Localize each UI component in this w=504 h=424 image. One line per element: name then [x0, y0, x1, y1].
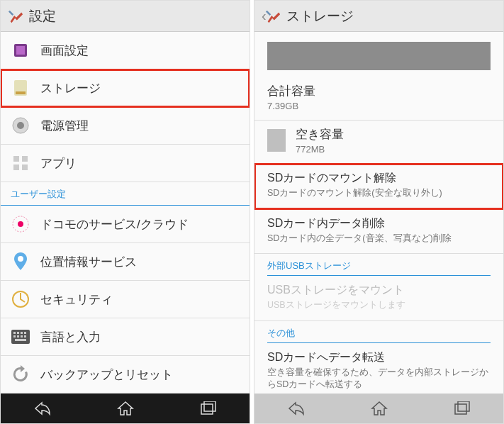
usb-sub: USBストレージをマウントします [267, 299, 491, 312]
mount-usb: USBストレージをマウント USBストレージをマウントします [254, 276, 503, 321]
item-display[interactable]: 画面設定 [1, 32, 250, 69]
svg-point-11 [18, 221, 23, 227]
svg-rect-23 [15, 339, 26, 341]
free-space[interactable]: 空き容量 772MB [254, 121, 503, 164]
item-docomo[interactable]: ドコモのサービス/クラウド [1, 206, 250, 243]
section-usb: 外部USBストレージ [267, 254, 491, 276]
battery-icon [11, 116, 30, 135]
item-language[interactable]: 言語と入力 [1, 318, 250, 356]
free-color-icon [267, 129, 286, 152]
nav-bar [1, 394, 250, 423]
item-storage[interactable]: ストレージ [1, 69, 250, 107]
svg-rect-22 [24, 335, 26, 337]
settings-list: 画面設定 ストレージ 電源管理 アプリ ユーザー設定 ドコモのサービス [1, 32, 250, 394]
svg-rect-3 [16, 91, 26, 94]
header-bar: ‹ ストレージ [254, 1, 503, 32]
free-label: 空き容量 [296, 126, 344, 143]
unmount-title: SDカードのマウント解除 [267, 171, 491, 186]
svg-rect-29 [458, 401, 469, 411]
transfer-title: SDカードへデータ転送 [267, 350, 491, 365]
keyboard-icon [11, 327, 30, 347]
erase-sd[interactable]: SDカード内データ削除 SDカード内の全データ(音楽、写真など)削除 [254, 209, 503, 255]
settings-screen: 設定 画面設定 ストレージ 電源管理 アプリ ユーザー設定 [0, 0, 250, 424]
header-title: ストレージ [286, 7, 354, 26]
header-bar: 設定 [1, 1, 250, 32]
item-security[interactable]: セキュリティ [1, 281, 250, 318]
item-label: アプリ [40, 155, 77, 172]
item-location[interactable]: 位置情報サービス [1, 243, 250, 281]
erase-sub: SDカード内の全データ(音楽、写真など)削除 [267, 233, 491, 245]
svg-rect-20 [17, 335, 19, 337]
transfer-sub: 空き容量を確保するため、データを内部ストレージからSDカードへ転送する [267, 367, 491, 391]
usb-title: USBストレージをマウント [267, 283, 491, 298]
item-label: 画面設定 [40, 43, 89, 59]
total-capacity[interactable]: 合計容量 7.39GB [254, 77, 503, 121]
svg-rect-18 [24, 332, 26, 334]
apps-icon [11, 153, 30, 173]
docomo-icon [11, 214, 30, 234]
svg-rect-21 [21, 335, 23, 337]
svg-rect-28 [455, 404, 466, 414]
storage-content: 合計容量 7.39GB 空き容量 772MB SDカードのマウント解除 SDカー… [254, 32, 503, 394]
svg-rect-6 [13, 156, 19, 162]
item-label: 電源管理 [40, 118, 89, 134]
total-value: 7.39GB [267, 101, 491, 111]
item-apps[interactable]: アプリ [1, 145, 250, 182]
nav-bar [254, 394, 503, 423]
svg-rect-7 [22, 156, 28, 162]
svg-rect-27 [204, 401, 215, 411]
item-label: セキュリティ [40, 291, 113, 308]
storage-bar [267, 42, 491, 70]
nav-home[interactable] [358, 397, 401, 420]
settings-icon [8, 9, 23, 24]
svg-rect-17 [21, 332, 23, 334]
security-icon [11, 289, 30, 309]
storage-screen: ‹ ストレージ 合計容量 7.39GB 空き容量 772MB SDカードのマウン… [254, 0, 504, 424]
transfer-sd[interactable]: SDカードへデータ転送 空き容量を確保するため、データを内部ストレージからSDカ… [254, 343, 503, 394]
section-other: その他 [267, 321, 491, 343]
svg-rect-19 [13, 335, 16, 337]
total-label: 合計容量 [267, 83, 491, 99]
svg-point-12 [18, 256, 23, 262]
display-icon [11, 40, 30, 60]
header-title: 設定 [29, 7, 56, 26]
svg-rect-15 [13, 332, 16, 334]
svg-rect-8 [13, 164, 19, 170]
nav-back[interactable] [21, 397, 64, 420]
nav-recent[interactable] [441, 397, 483, 420]
item-label: ストレージ [40, 80, 101, 96]
item-label: ドコモのサービス/クラウド [40, 216, 189, 233]
item-label: バックアップとリセット [40, 367, 173, 383]
section-user-settings: ユーザー設定 [1, 182, 250, 206]
svg-rect-16 [17, 332, 19, 334]
settings-icon [265, 9, 281, 24]
item-backup[interactable]: バックアップとリセット [1, 356, 250, 394]
backup-icon [11, 364, 30, 384]
svg-rect-1 [16, 46, 25, 55]
item-label: 位置情報サービス [40, 254, 137, 270]
svg-point-5 [17, 122, 24, 129]
svg-rect-9 [22, 164, 28, 170]
location-icon [11, 252, 30, 272]
nav-back[interactable] [275, 397, 318, 420]
free-value: 772MB [296, 144, 344, 155]
item-label: 言語と入力 [40, 329, 101, 345]
item-battery[interactable]: 電源管理 [1, 107, 250, 145]
unmount-sd[interactable]: SDカードのマウント解除 SDカードのマウント解除(安全な取り外し) [254, 164, 503, 209]
storage-icon [11, 78, 30, 98]
unmount-sub: SDカードのマウント解除(安全な取り外し) [267, 187, 491, 200]
nav-recent[interactable] [187, 397, 230, 420]
svg-rect-26 [201, 404, 213, 414]
erase-title: SDカード内データ削除 [267, 216, 491, 231]
nav-home[interactable] [104, 397, 147, 420]
